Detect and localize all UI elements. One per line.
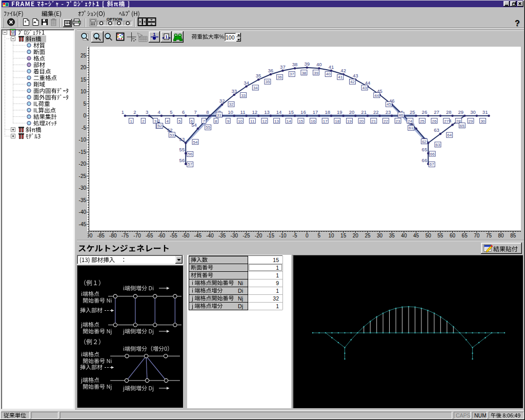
svg-text:-5: -5: [293, 233, 297, 238]
svg-text:-5: -5: [82, 125, 86, 131]
svg-text:18: 18: [335, 119, 339, 124]
svg-text:25: 25: [420, 119, 425, 124]
svg-text:4: 4: [158, 109, 160, 115]
svg-text:-40: -40: [79, 209, 87, 215]
svg-text:37: 37: [290, 72, 294, 76]
svg-text:39: 39: [304, 61, 310, 67]
svg-text:7: 7: [194, 109, 197, 115]
svg-text:15: 15: [273, 257, 279, 263]
svg-text:-30: -30: [231, 233, 238, 238]
svg-text:65: 65: [422, 147, 428, 152]
svg-text:6: 6: [191, 119, 193, 124]
svg-text:20: 20: [80, 65, 87, 70]
svg-text:33: 33: [241, 93, 246, 98]
svg-text:32: 32: [273, 295, 279, 302]
svg-text:28: 28: [446, 109, 452, 115]
svg-text:66: 66: [430, 152, 435, 156]
svg-text:-35: -35: [79, 197, 87, 203]
svg-text:5: 5: [83, 101, 86, 107]
svg-text:1: 1: [130, 119, 133, 124]
svg-text:25: 25: [80, 53, 87, 58]
svg-text:26: 26: [422, 109, 428, 115]
svg-text:3: 3: [146, 109, 148, 115]
svg-text:14: 14: [287, 119, 291, 124]
svg-text:22: 22: [383, 119, 388, 124]
svg-text:-35: -35: [218, 233, 226, 238]
svg-text:2: 2: [142, 119, 145, 124]
svg-text:61: 61: [409, 126, 413, 130]
svg-text:12: 12: [262, 119, 267, 124]
svg-text:32: 32: [229, 102, 234, 107]
svg-text:23: 23: [396, 119, 400, 124]
svg-text:5: 5: [318, 233, 321, 238]
svg-text:53: 53: [170, 133, 174, 137]
svg-text:36: 36: [277, 75, 282, 79]
svg-text:5: 5: [178, 119, 181, 124]
svg-text:18: 18: [325, 109, 330, 115]
svg-text:17: 17: [323, 119, 328, 124]
svg-text:1: 1: [276, 303, 279, 309]
svg-text:3: 3: [154, 119, 157, 124]
svg-text:-55: -55: [170, 233, 177, 238]
svg-text:66: 66: [422, 157, 428, 163]
svg-text:43: 43: [353, 73, 358, 78]
svg-text:Nj: Nj: [238, 295, 243, 302]
svg-text:1: 1: [276, 288, 279, 294]
svg-text:30: 30: [377, 233, 383, 238]
svg-text:10: 10: [80, 89, 87, 94]
svg-text:20: 20: [359, 119, 364, 124]
svg-text:34: 34: [253, 86, 258, 90]
svg-text:19: 19: [347, 119, 352, 124]
svg-text:0: 0: [306, 233, 309, 238]
svg-text:25: 25: [410, 109, 415, 115]
svg-text:44: 44: [374, 93, 379, 98]
svg-text:1: 1: [165, 34, 168, 39]
svg-text:42: 42: [340, 68, 346, 73]
svg-text:44: 44: [365, 80, 371, 86]
svg-text:-80: -80: [109, 233, 117, 238]
svg-text:11: 11: [240, 109, 246, 115]
svg-text:100: 100: [226, 34, 235, 41]
svg-text:-15: -15: [267, 233, 275, 238]
svg-text:46: 46: [399, 113, 403, 117]
svg-text:13: 13: [274, 119, 279, 124]
svg-text:80: 80: [498, 233, 504, 238]
svg-text:35: 35: [265, 79, 270, 84]
svg-text:63: 63: [434, 127, 439, 133]
svg-text:14: 14: [276, 109, 282, 115]
svg-text:40: 40: [326, 72, 331, 76]
svg-text:1: 1: [153, 32, 155, 37]
svg-text:NUM: NUM: [474, 412, 487, 418]
svg-text:8: 8: [215, 119, 217, 124]
svg-text:30: 30: [470, 109, 476, 115]
svg-text:57: 57: [188, 162, 192, 167]
svg-text:52: 52: [167, 127, 173, 133]
svg-text:-85: -85: [97, 233, 105, 238]
svg-text:67: 67: [430, 162, 434, 167]
svg-text:-25: -25: [79, 173, 87, 179]
svg-text:-20: -20: [79, 161, 87, 167]
svg-text:60: 60: [450, 233, 456, 238]
svg-text:32: 32: [219, 98, 225, 104]
svg-text:35: 35: [256, 73, 261, 78]
svg-text:41: 41: [329, 64, 334, 70]
svg-text:Dj: Dj: [238, 303, 243, 309]
svg-text:-15: -15: [79, 149, 87, 155]
svg-text:31: 31: [217, 113, 221, 117]
svg-text:53: 53: [179, 136, 185, 142]
svg-text:-25: -25: [243, 233, 250, 238]
svg-text:-30: -30: [79, 185, 87, 191]
svg-text:85: 85: [510, 233, 516, 238]
svg-text:Ni: Ni: [238, 280, 243, 286]
svg-text:-75: -75: [122, 233, 129, 238]
svg-text:21: 21: [371, 119, 376, 124]
svg-text:-10: -10: [79, 137, 87, 143]
svg-text:-50: -50: [182, 233, 190, 238]
svg-text:27: 27: [444, 119, 449, 124]
svg-text:16: 16: [311, 119, 315, 124]
svg-text:56: 56: [179, 157, 185, 163]
svg-text:22: 22: [373, 109, 379, 115]
svg-text:19: 19: [337, 109, 342, 115]
svg-text:?: ?: [515, 19, 520, 28]
svg-text:7: 7: [203, 119, 205, 124]
